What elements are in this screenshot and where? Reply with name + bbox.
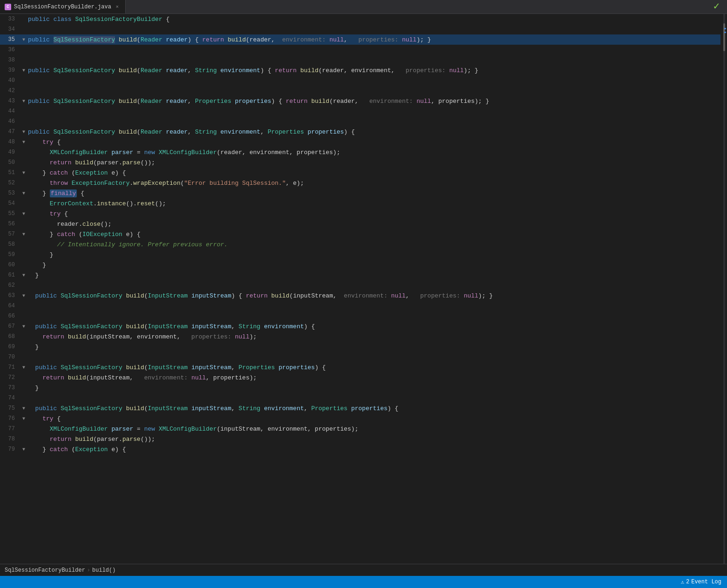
line-76: 76 ▼ try { <box>0 413 720 424</box>
line-code-53: } finally { <box>27 190 720 197</box>
line-nr-71: 71 <box>0 364 20 371</box>
line-38: 38 <box>0 55 720 65</box>
scrollbar-marker-35 <box>724 28 726 29</box>
fold-67[interactable]: ▼ <box>20 324 27 329</box>
tab-file-icon: C <box>5 4 11 10</box>
line-49: 49 XMLConfigBuilder parser = new XMLConf… <box>0 147 720 157</box>
fold-35[interactable]: ▼ <box>20 37 27 42</box>
line-nr-79: 79 <box>0 446 20 453</box>
fold-39[interactable]: ▼ <box>20 68 27 73</box>
error-label: Event Log <box>691 579 721 585</box>
line-nr-36: 36 <box>0 47 20 53</box>
line-69: 69 } <box>0 342 720 352</box>
line-nr-68: 68 <box>0 333 20 340</box>
fold-55[interactable]: ▼ <box>20 211 27 216</box>
line-77: 77 XMLConfigBuilder parser = new XMLConf… <box>0 424 720 434</box>
code-area: 33 public class SqlSessionFactoryBuilder… <box>0 14 727 564</box>
line-46: 46 <box>0 116 720 127</box>
line-66: 66 <box>0 311 720 321</box>
code-content: 33 public class SqlSessionFactoryBuilder… <box>0 14 720 454</box>
fold-61[interactable]: ▼ <box>20 273 27 278</box>
tab-close-button[interactable]: × <box>114 4 121 10</box>
line-code-57: } catch (IOException e) { <box>27 231 720 238</box>
line-nr-56: 56 <box>0 221 20 227</box>
tab-bar: C SqlSessionFactoryBuilder.java × ✓ <box>0 0 727 14</box>
fold-51[interactable]: ▼ <box>20 170 27 176</box>
line-39: 39 ▼ public SqlSessionFactory build(Read… <box>0 65 720 75</box>
line-58: 58 // Intentionally ignore. Prefer previ… <box>0 239 720 250</box>
line-nr-33: 33 <box>0 16 20 22</box>
line-code-54: ErrorContext.instance().reset(); <box>27 200 720 207</box>
line-73: 73 } <box>0 383 720 393</box>
line-nr-40: 40 <box>0 77 20 84</box>
line-nr-62: 62 <box>0 282 20 289</box>
line-59: 59 } <box>0 250 720 260</box>
line-nr-61: 61 <box>0 272 20 278</box>
fold-71[interactable]: ▼ <box>20 365 27 370</box>
line-63: 63 ▼ public SqlSessionFactory build(Inpu… <box>0 291 720 301</box>
line-nr-57: 57 <box>0 231 20 237</box>
fold-63[interactable]: ▼ <box>20 293 27 298</box>
fold-79[interactable]: ▼ <box>20 447 27 452</box>
scrollbar-thumb[interactable] <box>723 23 725 51</box>
line-79: 79 ▼ } catch (Exception e) { <box>0 444 720 454</box>
error-icon: ⚠ <box>681 579 684 586</box>
line-code-51: } catch (Exception e) { <box>27 169 720 176</box>
fold-47[interactable]: ▼ <box>20 129 27 135</box>
fold-57[interactable]: ▼ <box>20 232 27 237</box>
line-nr-47: 47 <box>0 128 20 135</box>
line-code-71: public SqlSessionFactory build(InputStre… <box>27 364 720 371</box>
tab-sqlsessionfactorybuilder[interactable]: C SqlSessionFactoryBuilder.java × <box>0 0 126 14</box>
line-71: 71 ▼ public SqlSessionFactory build(Inpu… <box>0 362 720 372</box>
line-code-61: } <box>27 272 720 279</box>
line-nr-50: 50 <box>0 159 20 166</box>
line-code-76: try { <box>27 415 720 422</box>
line-40: 40 <box>0 75 720 86</box>
line-51: 51 ▼ } catch (Exception e) { <box>0 168 720 178</box>
line-57: 57 ▼ } catch (IOException e) { <box>0 229 720 239</box>
line-code-78: return build(parser.parse()); <box>27 436 720 443</box>
fold-48[interactable]: ▼ <box>20 140 27 145</box>
line-nr-64: 64 <box>0 303 20 309</box>
line-nr-72: 72 <box>0 374 20 381</box>
fold-43[interactable]: ▼ <box>20 99 27 104</box>
line-70: 70 <box>0 352 720 362</box>
fold-53[interactable]: ▼ <box>20 191 27 196</box>
line-nr-48: 48 <box>0 139 20 145</box>
line-nr-75: 75 <box>0 405 20 412</box>
line-nr-77: 77 <box>0 426 20 432</box>
line-nr-63: 63 <box>0 292 20 299</box>
line-55: 55 ▼ try { <box>0 209 720 219</box>
scrollbar-area[interactable] <box>720 14 727 564</box>
line-72: 72 return build(inputStream, environment… <box>0 372 720 383</box>
fold-76[interactable]: ▼ <box>20 416 27 421</box>
line-code-56: reader.close(); <box>27 221 720 228</box>
line-nr-53: 53 <box>0 190 20 196</box>
line-43: 43 ▼ public SqlSessionFactory build(Read… <box>0 96 720 106</box>
status-bar: ⚠ 2 Event Log <box>0 576 727 588</box>
line-code-60: } <box>27 262 720 269</box>
code-lines[interactable]: 33 public class SqlSessionFactoryBuilder… <box>0 14 720 564</box>
error-log-button[interactable]: ⚠ 2 Event Log <box>679 579 723 586</box>
line-nr-38: 38 <box>0 57 20 63</box>
fold-75[interactable]: ▼ <box>20 406 27 411</box>
line-nr-43: 43 <box>0 98 20 104</box>
line-nr-70: 70 <box>0 354 20 360</box>
breadcrumb: SqlSessionFactoryBuilder › build() <box>0 564 727 576</box>
line-33: 33 public class SqlSessionFactoryBuilder… <box>0 14 720 24</box>
line-code-67: public SqlSessionFactory build(InputStre… <box>27 323 720 330</box>
line-nr-66: 66 <box>0 313 20 319</box>
line-code-48: try { <box>27 139 720 146</box>
line-code-79: } catch (Exception e) { <box>27 446 720 453</box>
line-nr-74: 74 <box>0 395 20 401</box>
breadcrumb-class[interactable]: SqlSessionFactoryBuilder <box>5 567 85 574</box>
line-code-59: } <box>27 251 720 258</box>
breadcrumb-separator: › <box>87 567 90 574</box>
breadcrumb-method[interactable]: build() <box>92 567 115 574</box>
line-code-49: XMLConfigBuilder parser = new XMLConfigB… <box>27 149 720 156</box>
line-42: 42 <box>0 86 720 96</box>
line-44: 44 <box>0 106 720 116</box>
line-code-35: public SqlSessionFactory build(Reader re… <box>27 36 720 43</box>
line-nr-59: 59 <box>0 251 20 258</box>
line-code-43: public SqlSessionFactory build(Reader re… <box>27 98 720 105</box>
